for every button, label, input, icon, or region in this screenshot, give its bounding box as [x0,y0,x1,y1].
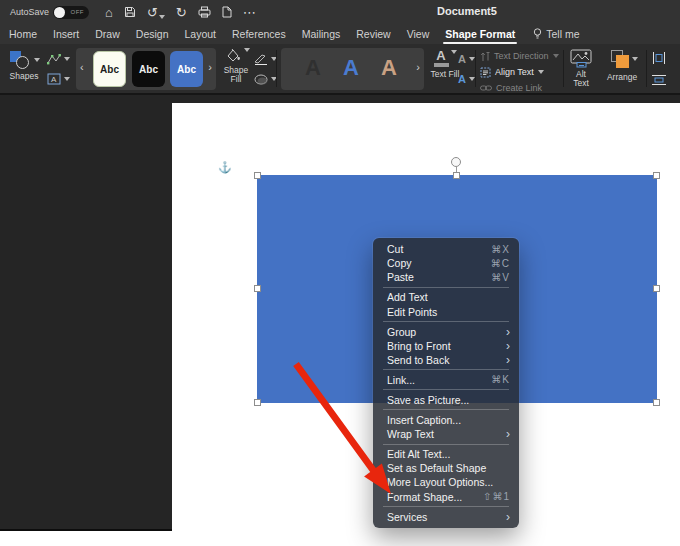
align-text-label: Align Text [495,67,534,77]
gallery-prev-icon[interactable]: ‹ [80,61,84,73]
gallery-next-icon[interactable]: › [208,61,212,73]
shapes-dropdown-icon[interactable] [34,58,40,62]
menu-label: Wrap Text [387,428,506,440]
paint-bucket-icon [223,48,242,62]
menu-item-more-layout-options[interactable]: More Layout Options... [373,475,519,489]
home-icon[interactable]: ⌂ [105,6,113,19]
arrange-button[interactable]: Arrange [601,49,643,82]
menu-label: Cut [387,243,491,255]
menu-item-insert-caption[interactable]: Insert Caption... [373,413,519,427]
menu-label: Group [387,326,506,338]
menu-item-link[interactable]: Link...⌘K [373,373,519,387]
menu-item-bring-to-front[interactable]: Bring to Front› [373,339,519,353]
title-bar: AutoSave OFF ⌂ ↺ ↻ ⋯ Document5 [0,0,680,24]
resize-handle-middle-right[interactable] [653,285,660,292]
redo-icon[interactable]: ↻ [176,6,187,19]
menu-item-cut[interactable]: Cut⌘X [373,242,519,256]
text-direction-button[interactable]: Text Direction [480,49,562,63]
shape-width-icon[interactable] [652,74,666,86]
shape-effects-button[interactable] [254,72,277,86]
menu-item-format-shape[interactable]: Format Shape...⇧⌘1 [373,490,519,504]
menu-item-edit-alt-text[interactable]: Edit Alt Text... [373,447,519,461]
text-fill-color-bar [434,63,449,67]
menu-separator [383,369,509,370]
tab-mailings[interactable]: Mailings [302,28,341,40]
tab-home[interactable]: Home [9,28,37,40]
resize-handle-top-right[interactable] [653,172,660,179]
shape-style-black[interactable]: Abc [132,51,165,87]
text-direction-label: Text Direction [494,51,549,61]
wordart-style-tan[interactable]: A [381,52,397,84]
wordart-next-icon[interactable]: › [416,61,420,73]
align-text-button[interactable]: Align Text [480,65,562,79]
more-commands-icon[interactable]: ⋯ [243,6,256,19]
menu-separator [383,506,509,507]
shape-style-gallery: ‹ Abc Abc Abc › [76,48,216,90]
resize-handle-bottom-right[interactable] [653,399,660,406]
alt-text-button[interactable]: Alt Text [567,49,595,88]
text-effects-button[interactable]: A [458,72,475,86]
resize-handle-top-middle[interactable] [453,172,460,179]
svg-text:A: A [51,75,57,84]
menu-label: Set as Default Shape [387,462,510,474]
menu-item-save-as-picture[interactable]: Save as Picture... [373,393,519,407]
menu-label: Edit Points [387,306,510,318]
menu-item-group[interactable]: Group› [373,325,519,339]
tab-draw[interactable]: Draw [95,28,120,40]
tab-layout[interactable]: Layout [184,28,216,40]
shape-height-icon[interactable] [652,52,666,64]
resize-handle-top-left[interactable] [254,172,261,179]
draw-text-box-button[interactable]: A [47,72,70,86]
menu-item-wrap-text[interactable]: Wrap Text› [373,427,519,441]
text-fill-dropdown-icon[interactable] [451,50,457,54]
text-fill-button[interactable]: A Text Fill [430,50,460,79]
alt-text-label: Alt Text [569,70,593,88]
insert-shapes-button[interactable]: Shapes [5,48,43,81]
arrange-icon [616,55,629,68]
menu-item-copy[interactable]: Copy⌘C [373,256,519,270]
wordart-style-blue[interactable]: A [343,52,359,84]
shape-style-white[interactable]: Abc [93,51,126,87]
save-icon[interactable] [124,6,136,18]
shape-outline-button[interactable] [254,52,277,66]
text-fill-label: Text Fill [431,70,460,79]
tab-shape-format[interactable]: Shape Format [445,28,515,40]
menu-label: Insert Caption... [387,414,510,426]
new-document-icon[interactable] [222,6,232,18]
document-title: Document5 [437,5,497,17]
tab-review[interactable]: Review [356,28,390,40]
tab-insert[interactable]: Insert [53,28,79,40]
tab-view[interactable]: View [407,28,430,40]
create-link-label: Create Link [496,83,542,93]
menu-item-set-as-default-shape[interactable]: Set as Default Shape [373,461,519,475]
resize-handle-bottom-left[interactable] [254,399,261,406]
autosave-toggle-group[interactable]: AutoSave OFF [10,6,89,19]
menu-item-services[interactable]: Services› [373,509,519,523]
text-outline-button[interactable]: A [458,52,475,66]
tab-design[interactable]: Design [136,28,169,40]
text-box-dropdown-icon[interactable] [64,77,70,81]
edit-shape-button[interactable] [47,52,70,66]
ribbon: Shapes A ‹ Abc Abc Abc › [0,44,680,95]
shape-fill-dropdown-icon[interactable] [244,48,250,52]
undo-button[interactable]: ↺ [147,6,165,19]
tell-me-button[interactable]: Tell me [533,28,579,40]
menu-item-paste[interactable]: Paste⌘V [373,270,519,284]
menu-item-send-to-back[interactable]: Send to Back› [373,353,519,367]
create-link-button[interactable]: Create Link [480,81,562,95]
menu-label: Format Shape... [387,491,483,503]
arrange-dropdown-icon[interactable] [632,57,638,61]
tab-references[interactable]: References [232,28,286,40]
shape-style-blue[interactable]: Abc [170,51,203,87]
print-icon[interactable] [198,6,211,18]
autosave-toggle[interactable]: OFF [53,6,89,19]
menu-item-add-text[interactable]: Add Text [373,290,519,304]
wordart-style-dark[interactable]: A [305,52,321,84]
resize-handle-middle-left[interactable] [254,285,261,292]
align-text-dropdown-icon[interactable] [538,70,544,74]
rotation-handle[interactable] [451,157,461,167]
edit-shape-dropdown-icon[interactable] [64,57,70,61]
undo-dropdown-icon[interactable] [159,15,165,19]
shape-fill-button[interactable]: Shape Fill [220,48,252,84]
menu-item-edit-points[interactable]: Edit Points [373,305,519,319]
